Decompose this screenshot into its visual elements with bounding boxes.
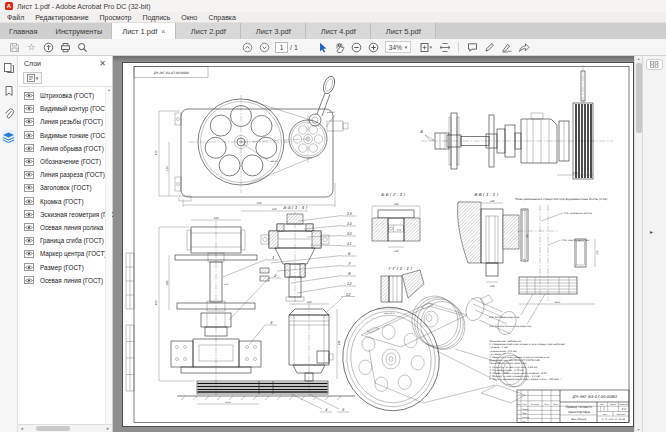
layer-visibility-toggle[interactable] bbox=[24, 131, 34, 139]
layer-visibility-toggle[interactable] bbox=[24, 144, 34, 152]
sign-button[interactable] bbox=[498, 40, 515, 54]
expand-pane-arrow[interactable]: ▸ bbox=[650, 228, 653, 235]
layer-row[interactable]: Размер (ГОСТ) bbox=[18, 260, 112, 273]
layer-visibility-toggle[interactable] bbox=[24, 250, 34, 258]
vertical-scrollbar[interactable]: ▴ ▾ bbox=[634, 56, 642, 432]
layer-visibility-toggle[interactable] bbox=[24, 118, 34, 126]
layer-row[interactable]: Заголовок (ГОСТ) bbox=[18, 181, 112, 194]
menu-file[interactable]: Файл bbox=[7, 14, 24, 21]
save-button[interactable] bbox=[6, 40, 23, 54]
scroll-down-icon[interactable]: ▾ bbox=[637, 427, 639, 432]
layer-visibility-toggle[interactable] bbox=[24, 276, 34, 284]
layer-visibility-toggle[interactable] bbox=[24, 237, 34, 245]
upload-button[interactable] bbox=[40, 40, 57, 54]
panel-horizontal-scrollbar[interactable]: ◂ ▸ bbox=[18, 424, 112, 432]
scroll-left-icon[interactable]: ◂ bbox=[18, 426, 26, 431]
layer-row[interactable]: Осевая линия ролика bbox=[18, 221, 112, 234]
layer-row[interactable]: Линия резьбы (ГОСТ) bbox=[18, 115, 112, 128]
callout-1: 1 bbox=[272, 255, 275, 260]
col-scale: Масштаб bbox=[619, 403, 629, 406]
menu-edit[interactable]: Редактирование bbox=[35, 14, 88, 21]
comment-button[interactable] bbox=[464, 40, 481, 54]
scroll-right-icon[interactable]: ▸ bbox=[104, 426, 112, 431]
tab-home[interactable]: Главная bbox=[0, 23, 47, 39]
layer-row[interactable]: Штриховка (ГОСТ) bbox=[18, 89, 112, 102]
search-button[interactable] bbox=[74, 40, 91, 54]
layer-row[interactable]: Линия разреза (ГОСТ) bbox=[18, 168, 112, 181]
doc-tab-3[interactable]: Лист 3.pdf bbox=[241, 23, 306, 39]
layer-row[interactable]: Линия обрыва (ГОСТ) bbox=[18, 142, 112, 155]
section-vv-label: В-В ( 1 : 1 ) bbox=[474, 192, 498, 197]
layer-visibility-toggle[interactable] bbox=[24, 184, 34, 192]
layer-row[interactable]: Кромка (ГОСТ) bbox=[18, 195, 112, 208]
layer-row[interactable]: Осевая линия (ГОСТ) bbox=[18, 274, 112, 287]
layers-scrollbar[interactable]: ▴ bbox=[105, 87, 112, 424]
layer-row[interactable]: Обозначение (ГОСТ) bbox=[18, 155, 112, 168]
layer-label: Обозначение (ГОСТ) bbox=[40, 158, 101, 165]
tab-bar: Главная Инструменты Лист 1.pdf × Лист 2.… bbox=[0, 23, 666, 39]
page-thumbnails-button[interactable] bbox=[2, 61, 16, 75]
fit-width-button[interactable] bbox=[436, 40, 453, 54]
close-panel-icon[interactable]: ✕ bbox=[99, 59, 106, 68]
layer-visibility-toggle[interactable] bbox=[24, 223, 34, 231]
layer-visibility-toggle[interactable] bbox=[24, 197, 34, 205]
close-tab-icon[interactable]: × bbox=[161, 28, 165, 35]
eye-icon bbox=[25, 185, 33, 190]
layer-visibility-toggle[interactable] bbox=[24, 158, 34, 166]
previous-page-button[interactable] bbox=[239, 40, 256, 54]
bookmarks-button[interactable] bbox=[2, 84, 16, 98]
view-b-label: Б bbox=[420, 129, 424, 134]
comment-icon bbox=[467, 42, 478, 53]
layer-visibility-toggle[interactable] bbox=[24, 171, 34, 179]
layer-row[interactable]: Эскизная геометрия (ГОСТ) bbox=[18, 208, 112, 221]
dim-vv-top: ⌀45 bbox=[490, 200, 495, 203]
doc-tab-1[interactable]: Лист 1.pdf × bbox=[111, 23, 176, 39]
page-number-input[interactable] bbox=[275, 42, 288, 53]
pdf-page[interactable]: ДЧ-ЗКГ-64-07.00.00ВО bbox=[122, 62, 634, 427]
doc-tab-4[interactable]: Лист 4.pdf bbox=[306, 23, 371, 39]
eye-icon bbox=[25, 146, 33, 151]
menu-sign[interactable]: Подпись bbox=[143, 14, 171, 21]
layer-label: Маркер центра (ГОСТ) bbox=[40, 250, 106, 257]
favorite-button[interactable]: ☆ bbox=[23, 40, 40, 54]
layer-visibility-toggle[interactable] bbox=[24, 105, 34, 113]
section-aa: А-А ( 1 : 4 ) 13 bbox=[260, 205, 356, 303]
layer-row[interactable]: Граница сгиба (ГОСТ) bbox=[18, 234, 112, 247]
share-button[interactable] bbox=[515, 40, 532, 54]
layer-visibility-toggle[interactable] bbox=[24, 92, 34, 100]
scrollbar-thumb[interactable] bbox=[636, 63, 642, 133]
fit-page-dropdown[interactable]: ▾ bbox=[414, 40, 436, 54]
layer-visibility-toggle[interactable] bbox=[24, 263, 34, 271]
zoom-in-button[interactable] bbox=[365, 40, 382, 54]
hand-tool-button[interactable] bbox=[331, 40, 348, 54]
grid-icon bbox=[650, 61, 659, 68]
fill-sign-button[interactable] bbox=[481, 40, 498, 54]
layer-visibility-toggle[interactable] bbox=[24, 210, 34, 218]
layer-row[interactable]: Видимый контур (ГОСТ) bbox=[18, 102, 112, 115]
menu-view[interactable]: Просмотр bbox=[100, 14, 132, 21]
scroll-up-icon[interactable]: ▴ bbox=[108, 87, 110, 92]
zoom-out-button[interactable] bbox=[348, 40, 365, 54]
scrollbar-thumb[interactable] bbox=[36, 426, 70, 431]
zoom-level-value: 34% bbox=[389, 44, 402, 51]
scroll-up-icon[interactable]: ▴ bbox=[637, 56, 639, 61]
callout: 7 bbox=[348, 261, 351, 266]
doc-tab-2[interactable]: Лист 2.pdf bbox=[176, 23, 241, 39]
print-button[interactable] bbox=[57, 40, 74, 54]
layers-button[interactable] bbox=[2, 130, 16, 144]
plan-note-1: Отв. крепёжных болтов bbox=[564, 212, 592, 215]
select-tool-button[interactable] bbox=[314, 40, 331, 54]
callout: 6 bbox=[348, 251, 351, 256]
tab-tools[interactable]: Инструменты bbox=[47, 23, 112, 39]
layer-row[interactable]: Видимые тонкие (ГОСТ) bbox=[18, 129, 112, 142]
menu-help[interactable]: Справка bbox=[209, 14, 236, 21]
menu-window[interactable]: Окно bbox=[181, 14, 197, 21]
doc-tab-5[interactable]: Лист 5.pdf bbox=[371, 23, 436, 39]
attachments-button[interactable] bbox=[2, 107, 16, 121]
layer-label: Видимый контур (ГОСТ) bbox=[40, 105, 110, 112]
zoom-level-dropdown[interactable]: 34% ▾ bbox=[385, 41, 412, 53]
layer-options-button[interactable]: ▾ bbox=[23, 72, 42, 84]
next-page-button[interactable] bbox=[256, 40, 273, 54]
tools-pane-button[interactable] bbox=[646, 59, 663, 70]
layer-row[interactable]: Маркер центра (ГОСТ) bbox=[18, 247, 112, 260]
